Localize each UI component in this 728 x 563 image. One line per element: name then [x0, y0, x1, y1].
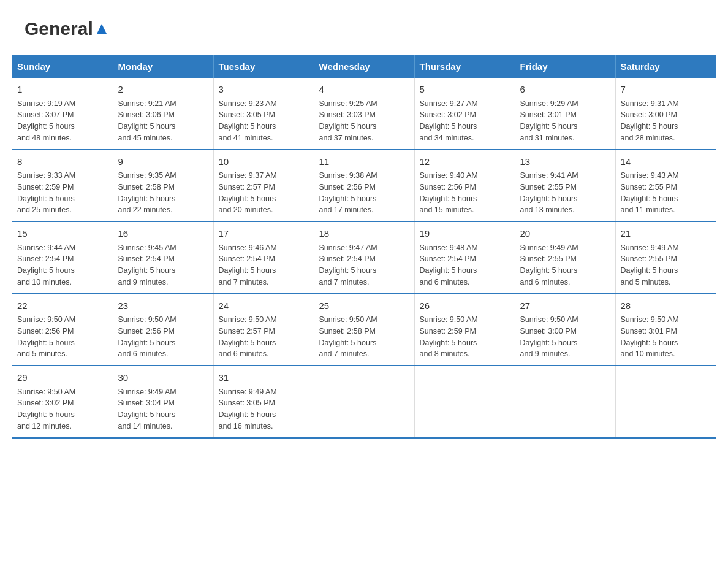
day-info-line: and 6 minutes. [520, 277, 610, 288]
day-number: 21 [621, 227, 711, 241]
day-info-line: Sunset: 2:56 PM [118, 326, 208, 337]
day-number: 11 [319, 155, 409, 169]
day-info-line: and 11 minutes. [621, 204, 711, 216]
day-number: 22 [17, 299, 108, 313]
day-info-line: Daylight: 5 hours [621, 265, 711, 277]
day-number: 25 [319, 299, 409, 313]
day-info-line: Sunset: 2:54 PM [118, 253, 208, 265]
day-info-line: Sunset: 3:00 PM [621, 109, 711, 121]
day-number: 15 [17, 227, 108, 241]
logo-general-text: General [25, 18, 93, 39]
day-info-line: Daylight: 5 hours [420, 265, 510, 277]
day-info-line: Sunrise: 9:41 AM [520, 170, 610, 182]
day-info-line: Daylight: 5 hours [520, 265, 610, 277]
day-info-line: and 15 minutes. [420, 204, 510, 216]
day-number: 4 [319, 83, 409, 97]
calendar-cell: 22Sunrise: 9:50 AMSunset: 2:56 PMDayligh… [12, 294, 113, 366]
calendar-cell [314, 366, 414, 438]
page-header: General [12, 12, 716, 43]
day-info-line: Sunset: 3:05 PM [219, 397, 309, 409]
calendar-cell: 4Sunrise: 9:25 AMSunset: 3:03 PMDaylight… [314, 78, 414, 150]
day-info-line: Daylight: 5 hours [621, 337, 711, 349]
day-info-line: and 7 minutes. [319, 348, 409, 360]
day-info-line: and 14 minutes. [118, 421, 208, 432]
day-info-line: and 10 minutes. [621, 348, 711, 360]
day-info-line: Daylight: 5 hours [520, 193, 610, 205]
day-info-line: Sunrise: 9:50 AM [17, 314, 108, 326]
column-header-monday: Monday [113, 55, 213, 78]
svg-marker-0 [97, 24, 107, 34]
calendar-week-row: 22Sunrise: 9:50 AMSunset: 2:56 PMDayligh… [12, 294, 716, 366]
day-info-line: Daylight: 5 hours [219, 193, 309, 205]
calendar-header-row: SundayMondayTuesdayWednesdayThursdayFrid… [12, 55, 716, 78]
day-info-line: Sunrise: 9:50 AM [420, 314, 510, 326]
day-info-line: Sunrise: 9:25 AM [319, 98, 409, 110]
day-info-line: Daylight: 5 hours [219, 121, 309, 132]
calendar-cell: 3Sunrise: 9:23 AMSunset: 3:05 PMDaylight… [213, 78, 314, 150]
day-info-line: Sunset: 2:58 PM [118, 182, 208, 193]
calendar-cell: 20Sunrise: 9:49 AMSunset: 2:55 PMDayligh… [515, 221, 615, 294]
day-info-line: Daylight: 5 hours [319, 121, 409, 132]
day-info-line: Sunrise: 9:33 AM [17, 170, 108, 182]
day-info-line: Daylight: 5 hours [118, 337, 208, 349]
day-info-line: Sunrise: 9:50 AM [17, 386, 108, 398]
day-info-line: Daylight: 5 hours [319, 265, 409, 277]
day-info-line: Sunrise: 9:50 AM [219, 314, 309, 326]
day-info-line: Daylight: 5 hours [420, 193, 510, 205]
column-header-sunday: Sunday [12, 55, 113, 78]
day-number: 6 [520, 83, 610, 97]
logo-triangle-icon [96, 23, 108, 37]
day-info-line: Sunrise: 9:49 AM [520, 242, 610, 254]
calendar-cell: 7Sunrise: 9:31 AMSunset: 3:00 PMDaylight… [615, 78, 716, 150]
day-info-line: and 37 minutes. [319, 132, 409, 144]
calendar-cell: 28Sunrise: 9:50 AMSunset: 3:01 PMDayligh… [615, 294, 716, 366]
day-info-line: Daylight: 5 hours [219, 337, 309, 349]
day-info-line: and 9 minutes. [520, 348, 610, 360]
column-header-saturday: Saturday [615, 55, 716, 78]
calendar-cell [414, 366, 515, 438]
day-number: 12 [420, 155, 510, 169]
day-info-line: Daylight: 5 hours [520, 337, 610, 349]
calendar-cell: 27Sunrise: 9:50 AMSunset: 3:00 PMDayligh… [515, 294, 615, 366]
day-info-line: Sunset: 3:02 PM [17, 397, 108, 409]
day-info-line: Sunset: 2:54 PM [319, 253, 409, 265]
day-number: 13 [520, 155, 610, 169]
day-info-line: and 5 minutes. [17, 348, 108, 360]
day-info-line: Sunset: 2:56 PM [420, 182, 510, 193]
day-info-line: Sunset: 3:06 PM [118, 109, 208, 121]
day-info-line: and 31 minutes. [520, 132, 610, 144]
day-info-line: Daylight: 5 hours [621, 121, 711, 132]
day-info-line: Daylight: 5 hours [17, 193, 108, 205]
day-info-line: Sunrise: 9:50 AM [118, 314, 208, 326]
day-info-line: Daylight: 5 hours [520, 121, 610, 132]
day-info-line: Daylight: 5 hours [319, 193, 409, 205]
day-info-line: Sunset: 2:57 PM [219, 326, 309, 337]
day-info-line: Daylight: 5 hours [219, 265, 309, 277]
day-info-line: and 25 minutes. [17, 204, 108, 216]
day-info-line: Daylight: 5 hours [17, 337, 108, 349]
calendar-cell: 17Sunrise: 9:46 AMSunset: 2:54 PMDayligh… [213, 221, 314, 294]
calendar-week-row: 1Sunrise: 9:19 AMSunset: 3:07 PMDaylight… [12, 78, 716, 150]
calendar-cell: 16Sunrise: 9:45 AMSunset: 2:54 PMDayligh… [113, 221, 213, 294]
day-number: 9 [118, 155, 208, 169]
day-info-line: Sunrise: 9:29 AM [520, 98, 610, 110]
day-info-line: Sunrise: 9:48 AM [420, 242, 510, 254]
day-info-line: and 34 minutes. [420, 132, 510, 144]
day-info-line: and 17 minutes. [319, 204, 409, 216]
day-number: 1 [17, 83, 108, 97]
calendar-cell [515, 366, 615, 438]
calendar-cell: 8Sunrise: 9:33 AMSunset: 2:59 PMDaylight… [12, 150, 113, 222]
day-info-line: Sunrise: 9:27 AM [420, 98, 510, 110]
calendar-cell: 1Sunrise: 9:19 AMSunset: 3:07 PMDaylight… [12, 78, 113, 150]
day-info-line: Sunrise: 9:40 AM [420, 170, 510, 182]
day-info-line: Sunrise: 9:43 AM [621, 170, 711, 182]
calendar-cell: 23Sunrise: 9:50 AMSunset: 2:56 PMDayligh… [113, 294, 213, 366]
day-number: 8 [17, 155, 108, 169]
column-header-tuesday: Tuesday [213, 55, 314, 78]
calendar-cell: 31Sunrise: 9:49 AMSunset: 3:05 PMDayligh… [213, 366, 314, 438]
calendar-cell: 29Sunrise: 9:50 AMSunset: 3:02 PMDayligh… [12, 366, 113, 438]
calendar-cell: 6Sunrise: 9:29 AMSunset: 3:01 PMDaylight… [515, 78, 615, 150]
day-info-line: Sunrise: 9:35 AM [118, 170, 208, 182]
day-info-line: and 7 minutes. [219, 277, 309, 288]
day-info-line: Sunrise: 9:49 AM [621, 242, 711, 254]
